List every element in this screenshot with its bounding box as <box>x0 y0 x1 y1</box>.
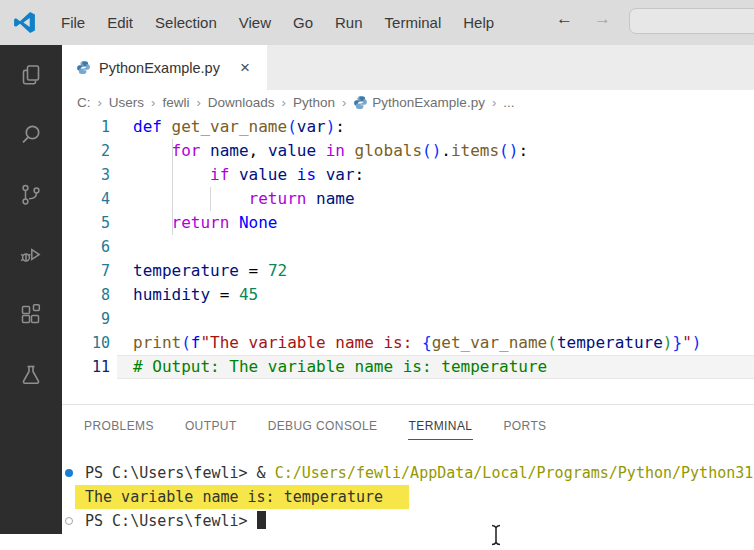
breadcrumb-label: Downloads <box>208 95 275 110</box>
code-text: return None <box>133 213 278 232</box>
panel-tab-output[interactable]: OUTPUT <box>184 415 238 440</box>
code-text: # Output: The variable name is: temperat… <box>133 357 547 376</box>
code-line[interactable]: 5 return None <box>62 211 754 235</box>
line-number: 9 <box>62 307 110 331</box>
breadcrumb-item-users[interactable]: Users <box>109 95 144 110</box>
activity-bar <box>0 45 62 534</box>
code-text: def get_var_name(var): <box>133 117 345 136</box>
forward-arrow-icon[interactable]: → <box>594 9 611 29</box>
code-line[interactable]: 7temperature = 72 <box>62 259 754 283</box>
code-line[interactable]: 3 if value is var: <box>62 163 754 187</box>
breadcrumb-item-fewli[interactable]: fewli <box>162 95 189 110</box>
breadcrumb-label: Users <box>109 95 144 110</box>
line-number: 4 <box>62 187 110 211</box>
close-tab-icon[interactable]: × <box>240 59 250 76</box>
history-nav: ← → <box>556 9 611 29</box>
panel-tab-terminal[interactable]: TERMINAL <box>408 415 474 440</box>
command-executed-decoration-icon[interactable] <box>65 469 73 477</box>
breadcrumb-item-python[interactable]: Python <box>293 95 335 110</box>
breadcrumb: C:›Users›fewli›Downloads›Python›PythonEx… <box>62 90 754 115</box>
line-number: 8 <box>62 283 110 307</box>
breadcrumb-separator-icon: › <box>98 95 102 110</box>
panel-tab-problems[interactable]: PROBLEMS <box>83 415 155 440</box>
editor-tab-pythonexample[interactable]: PythonExample.py × <box>62 45 267 90</box>
menu-terminal[interactable]: Terminal <box>374 10 453 35</box>
code-text: return name <box>133 189 355 208</box>
menubar: FileEditSelectionViewGoRunTerminalHelp <box>50 10 505 35</box>
code-line[interactable]: 1def get_var_name(var): <box>62 115 754 139</box>
breadcrumb-separator-icon: › <box>342 95 346 110</box>
breadcrumb-label: PythonExample.py <box>372 95 485 110</box>
breadcrumb-label: Python <box>293 95 335 110</box>
code-line[interactable]: 4 return name <box>62 187 754 211</box>
back-arrow-icon[interactable]: ← <box>556 9 573 29</box>
menu-help[interactable]: Help <box>452 10 505 35</box>
source-control-icon[interactable] <box>18 182 44 208</box>
command-center-search-input[interactable] <box>629 8 754 34</box>
python-icon <box>353 95 368 110</box>
line-number: 1 <box>62 115 110 139</box>
code-line[interactable]: 10print(f"The variable name is: {get_var… <box>62 331 754 355</box>
code-line[interactable]: 11# Output: The variable name is: temper… <box>62 355 754 379</box>
breadcrumb-separator-icon: › <box>196 95 200 110</box>
terminal-highlighted-output: The variable name is: temperature <box>75 485 409 509</box>
breadcrumb-item--[interactable]: ... <box>503 95 514 110</box>
code-line[interactable]: 2 for name, value in globals().items(): <box>62 139 754 163</box>
command-pending-decoration-icon[interactable] <box>65 517 73 525</box>
breadcrumb-label: C: <box>77 95 91 110</box>
mouse-cursor-ibeam-icon <box>489 524 503 550</box>
search-icon[interactable] <box>18 122 44 148</box>
vscode-window: FileEditSelectionViewGoRunTerminalHelp ←… <box>0 0 754 550</box>
python-icon <box>76 60 91 75</box>
line-number: 10 <box>62 331 110 355</box>
tab-label: PythonExample.py <box>99 60 220 76</box>
code-text: if value is var: <box>133 165 364 184</box>
menu-view[interactable]: View <box>228 10 282 35</box>
breadcrumb-label: ... <box>503 95 514 110</box>
code-line[interactable]: 6 <box>62 235 754 259</box>
terminal-pane[interactable]: PS C:\Users\fewli> & C:/Users/fewli/AppD… <box>62 450 754 550</box>
terminal-row: PS C:\Users\fewli> & C:/Users/fewli/AppD… <box>62 461 754 485</box>
line-number: 2 <box>62 139 110 163</box>
breadcrumb-item-c-[interactable]: C: <box>77 95 91 110</box>
terminal-row: The variable name is: temperature <box>62 485 754 509</box>
breadcrumb-item-downloads[interactable]: Downloads <box>208 95 275 110</box>
panel-tab-ports[interactable]: PORTS <box>502 415 547 440</box>
code-text: print(f"The variable name is: {get_var_n… <box>133 333 701 352</box>
code-text: for name, value in globals().items(): <box>133 141 528 160</box>
menu-run[interactable]: Run <box>324 10 374 35</box>
terminal-row: PS C:\Users\fewli> <box>62 509 754 533</box>
code-line[interactable]: 9 <box>62 307 754 331</box>
editor-tab-bar: PythonExample.py × <box>62 45 754 90</box>
code-text: temperature = 72 <box>133 261 287 280</box>
breadcrumb-item-pythonexample-py[interactable]: PythonExample.py <box>353 95 485 110</box>
line-number: 5 <box>62 211 110 235</box>
menu-selection[interactable]: Selection <box>144 10 228 35</box>
terminal-cursor <box>257 511 266 529</box>
extensions-icon[interactable] <box>18 302 44 328</box>
run-and-debug-icon[interactable] <box>18 242 44 268</box>
line-number: 11 <box>62 355 110 379</box>
code-editor[interactable]: 1def get_var_name(var):2 for name, value… <box>62 115 754 404</box>
vscode-logo-icon <box>12 10 37 35</box>
code-line[interactable]: 8humidity = 45 <box>62 283 754 307</box>
breadcrumb-separator-icon: › <box>151 95 155 110</box>
testing-icon[interactable] <box>18 362 44 388</box>
code-text: humidity = 45 <box>133 285 258 304</box>
breadcrumb-separator-icon: › <box>282 95 286 110</box>
line-number: 3 <box>62 163 110 187</box>
title-bar: FileEditSelectionViewGoRunTerminalHelp ←… <box>0 0 754 45</box>
menu-edit[interactable]: Edit <box>96 10 144 35</box>
menu-file[interactable]: File <box>50 10 96 35</box>
breadcrumb-label: fewli <box>162 95 189 110</box>
panel-tab-bar: PROBLEMSOUTPUTDEBUG CONSOLETERMINALPORTS <box>62 404 754 450</box>
line-number: 7 <box>62 259 110 283</box>
line-number: 6 <box>62 235 110 259</box>
menu-go[interactable]: Go <box>282 10 324 35</box>
explorer-icon[interactable] <box>18 62 44 88</box>
panel-tab-debug-console[interactable]: DEBUG CONSOLE <box>267 415 379 440</box>
breadcrumb-separator-icon: › <box>492 95 496 110</box>
